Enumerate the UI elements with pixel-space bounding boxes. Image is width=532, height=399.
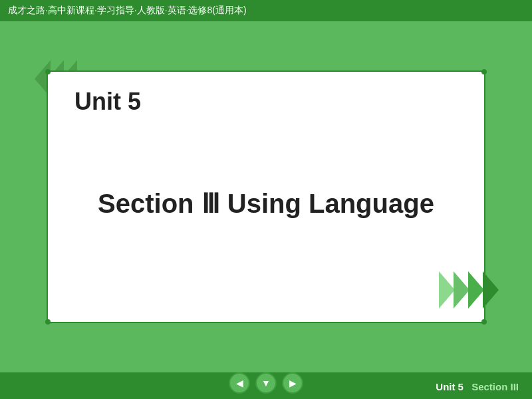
nav-prev-icon: ◀ [236, 378, 243, 388]
corner-dot-br [481, 319, 487, 325]
nav-next-icon: ▶ [289, 378, 297, 388]
content-box: Unit 5 Section Ⅲ Using Language [47, 70, 485, 323]
section-heading: Section Ⅲ Using Language [98, 188, 434, 219]
nav-buttons: ◀ ▼ ▶ [229, 372, 303, 394]
bottom-bar: ◀ ▼ ▶ Unit 5 Section III [0, 372, 532, 399]
nav-home-icon: ▼ [261, 378, 271, 388]
corner-dot-bl [45, 319, 51, 325]
main-area: Unit 5 Section Ⅲ Using Language [0, 21, 532, 372]
header-bar: 成才之路·高中新课程·学习指导·人教版·英语·选修8(通用本) [0, 0, 532, 21]
right-chevrons-decoration [440, 271, 499, 309]
header-title: 成才之路·高中新课程·学习指导·人教版·英语·选修8(通用本) [8, 5, 247, 17]
chevron-right-3 [468, 271, 484, 309]
bottom-unit-label: Unit 5 [436, 381, 464, 392]
bottom-section-label: Section III [471, 381, 519, 392]
corner-dot-tl [45, 69, 51, 74]
nav-home-button[interactable]: ▼ [255, 372, 277, 394]
nav-prev-button[interactable]: ◀ [229, 372, 250, 394]
nav-next-button[interactable]: ▶ [282, 372, 303, 394]
corner-dot-tr [481, 69, 487, 74]
chevron-right-2 [454, 271, 469, 309]
unit-title: Unit 5 [74, 88, 141, 116]
chevron-right-4 [483, 271, 499, 309]
chevron-right-1 [439, 271, 455, 309]
bottom-right-text: Unit 5 Section III [436, 381, 519, 392]
